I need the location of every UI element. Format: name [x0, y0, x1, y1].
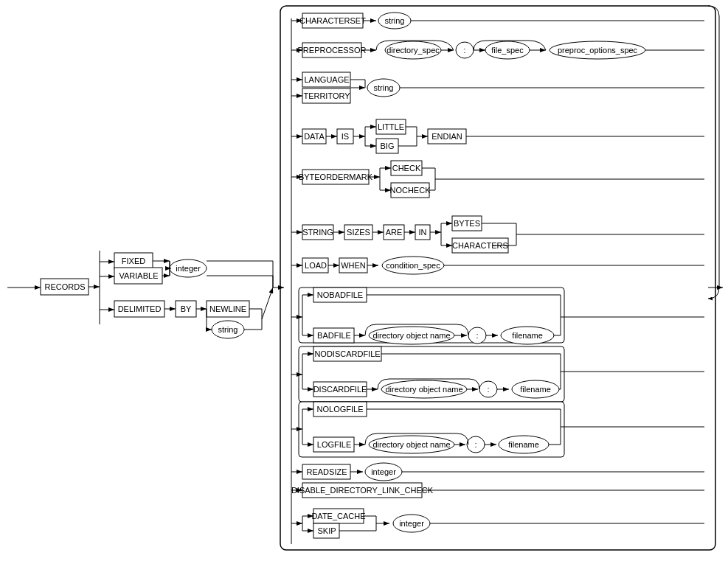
- svg-text:BADFILE: BADFILE: [317, 331, 351, 340]
- by-label: BY: [181, 304, 192, 313]
- svg-text:LOAD: LOAD: [305, 261, 327, 270]
- newline-label: NEWLINE: [209, 304, 246, 313]
- svg-text:filename: filename: [520, 385, 551, 394]
- svg-text:IS: IS: [342, 132, 349, 141]
- svg-text:string: string: [385, 16, 405, 25]
- svg-text:BIG: BIG: [381, 142, 395, 150]
- svg-text:filename: filename: [508, 440, 539, 449]
- svg-text:BYTES: BYTES: [454, 219, 480, 228]
- svg-text:BYTEORDERMARK: BYTEORDERMARK: [299, 173, 373, 181]
- svg-text:preproc_options_spec: preproc_options_spec: [558, 46, 638, 55]
- svg-text:CHECK: CHECK: [392, 164, 421, 173]
- svg-text:ENDIAN: ENDIAN: [431, 132, 462, 141]
- syntax-diagram: RECORDS FIXED VARIABLE integer DELIMITED…: [0, 0, 728, 561]
- svg-text:DISCARDFILE: DISCARDFILE: [313, 385, 367, 394]
- fixed-label: FIXED: [122, 257, 145, 265]
- svg-text:IN: IN: [419, 228, 427, 237]
- preprocessor-label: PREPROCESSOR: [298, 46, 367, 55]
- svg-line-20: [262, 288, 273, 319]
- svg-text:directory_spec: directory_spec: [386, 46, 440, 55]
- svg-text:NOLOGFILE: NOLOGFILE: [317, 405, 364, 414]
- svg-text:SKIP: SKIP: [317, 526, 336, 535]
- svg-text:NOBADFILE: NOBADFILE: [317, 290, 363, 299]
- svg-text:directory object name: directory object name: [372, 440, 450, 449]
- svg-text:TERRITORY: TERRITORY: [303, 91, 350, 100]
- string-label1: string: [218, 325, 238, 334]
- records-label: RECORDS: [44, 282, 85, 291]
- svg-text:integer: integer: [371, 467, 396, 476]
- svg-text:string: string: [374, 83, 394, 92]
- svg-text:file_spec: file_spec: [491, 46, 524, 55]
- svg-text:DATE_CACHE: DATE_CACHE: [311, 512, 365, 520]
- svg-text:READSIZE: READSIZE: [306, 467, 347, 476]
- svg-text:condition_spec: condition_spec: [386, 261, 440, 270]
- svg-text:LANGUAGE: LANGUAGE: [304, 75, 349, 84]
- svg-text:LITTLE: LITTLE: [378, 122, 404, 131]
- svg-text:DATA: DATA: [304, 132, 325, 141]
- svg-text:NODISCARDFILE: NODISCARDFILE: [314, 349, 380, 358]
- delimited-label: DELIMITED: [118, 304, 162, 313]
- characterset-label: CHARACTERSET: [299, 16, 366, 25]
- svg-text:DISABLE_DIRECTORY_LINK_CHECK: DISABLE_DIRECTORY_LINK_CHECK: [291, 486, 434, 495]
- svg-text:directory object name: directory object name: [372, 331, 450, 340]
- variable-label: VARIABLE: [119, 271, 159, 280]
- svg-text:integer: integer: [399, 519, 424, 528]
- svg-text::: :: [474, 440, 476, 449]
- svg-text::: :: [487, 385, 489, 394]
- svg-text:NOCHECK: NOCHECK: [389, 186, 431, 195]
- svg-text:directory object name: directory object name: [385, 385, 462, 394]
- svg-text:SIZES: SIZES: [347, 228, 370, 237]
- svg-text::: :: [476, 331, 478, 340]
- svg-text:ARE: ARE: [386, 228, 403, 237]
- svg-text:filename: filename: [512, 331, 543, 340]
- integer-label: integer: [176, 264, 201, 273]
- svg-text:WHEN: WHEN: [341, 261, 366, 270]
- svg-text:LOGFILE: LOGFILE: [317, 440, 351, 449]
- svg-text:STRING: STRING: [302, 228, 333, 237]
- svg-text::: :: [463, 46, 465, 55]
